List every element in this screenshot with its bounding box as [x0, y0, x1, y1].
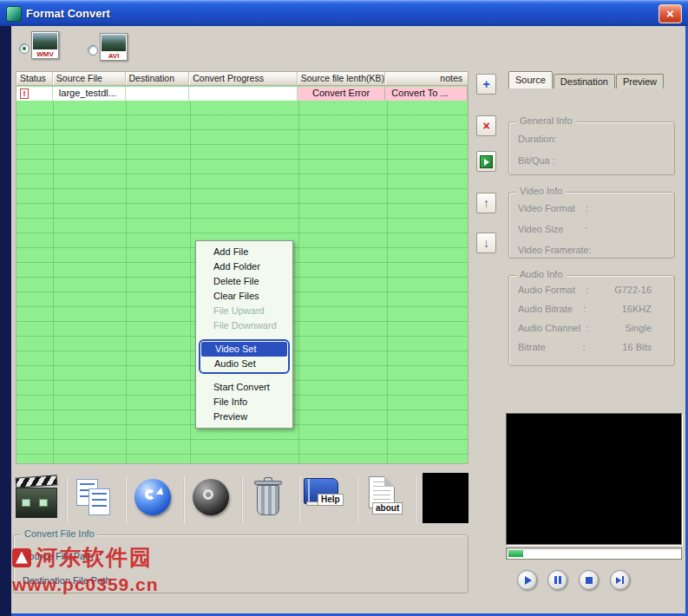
file-table-header: Status Source File Destination Convert P… [16, 71, 468, 86]
convert-button[interactable] [476, 151, 496, 172]
tab-destination[interactable]: Destination [554, 74, 615, 88]
audio-channel-value: Single [625, 323, 652, 333]
play-button[interactable] [517, 570, 537, 590]
convert-icon [480, 155, 493, 168]
toolbar-separator [183, 476, 185, 523]
general-info-group: General Info Duration: Bit/Qua : [508, 121, 675, 175]
delete-file-button[interactable]: × [476, 115, 496, 136]
film-frame-icon [22, 499, 30, 507]
table-grid-line [298, 86, 299, 463]
video-framerate-label: Video Framerate: [518, 245, 674, 255]
wmv-format-thumbnail[interactable]: WMV [31, 31, 59, 59]
stop-button[interactable] [579, 570, 599, 590]
menu-item-file-info[interactable]: File Info [196, 395, 292, 410]
toolbar-separator [125, 476, 127, 523]
column-header-source-file[interactable]: Source File [53, 72, 126, 85]
app-icon [6, 6, 22, 22]
table-row[interactable]: ! large_testdl... Convert Error Convert … [16, 87, 468, 101]
window-left-border [0, 26, 11, 616]
menu-set-group: Video Set Audio Set [199, 339, 290, 374]
video-info-title: Video Info [516, 186, 566, 196]
arrow-up-icon: ↑ [483, 197, 489, 209]
column-header-status[interactable]: Status [16, 72, 53, 85]
notes-cell: Convert To ... [385, 87, 468, 101]
video-preview-area [506, 413, 682, 545]
menu-item-file-upward: File Upward [196, 304, 292, 318]
watermark-site-name: 河东软件园 [36, 543, 153, 572]
clapperboard-body [16, 488, 57, 518]
avi-icon [102, 35, 126, 51]
tab-preview[interactable]: Preview [616, 74, 664, 88]
column-header-convert-progress[interactable]: Convert Progress [189, 72, 298, 85]
pause-button[interactable] [547, 570, 567, 590]
format-convert-window: Format Convert × WMV AVI Status Source F… [0, 0, 688, 616]
file-card-icon [88, 488, 110, 515]
source-file-cell: large_testdl... [53, 87, 126, 101]
audio-bitrate-row: Audio Bitrate : 16KHZ [518, 304, 674, 314]
move-up-button[interactable]: ↑ [476, 193, 496, 213]
watermark: 河东软件园 www.pc0359.cn [12, 543, 159, 595]
menu-item-add-file[interactable]: Add File [196, 245, 292, 259]
trash-button[interactable] [251, 477, 285, 521]
about-button[interactable]: about [365, 476, 409, 521]
file-list-button[interactable] [76, 479, 116, 519]
delete-icon: × [482, 120, 489, 132]
move-down-button[interactable]: ↓ [476, 233, 496, 253]
watermark-site-url: www.pc0359.cn [12, 574, 159, 595]
column-header-notes[interactable]: notes [385, 72, 468, 85]
record-button[interactable] [193, 479, 231, 517]
table-grid-line [53, 86, 54, 463]
avi-format-thumbnail[interactable]: AVI [100, 33, 128, 61]
add-file-button[interactable]: + [476, 74, 496, 95]
wmv-label: WMV [32, 50, 58, 59]
notes-text: Convert To ... [385, 88, 448, 98]
video-size-label: Video Size : [518, 224, 674, 234]
wmv-radio[interactable] [19, 43, 29, 54]
menu-item-delete-file[interactable]: Delete File [196, 274, 292, 289]
convert-file-info-title: Convert File Info [21, 528, 98, 539]
preview-thumbnail [423, 473, 468, 523]
menu-item-clear-files[interactable]: Clear Files [196, 289, 292, 304]
audio-channel-label: Audio Channel : [518, 323, 588, 333]
help-button[interactable]: Help [304, 478, 351, 520]
menu-item-audio-set[interactable]: Audio Set [200, 357, 288, 371]
skip-end-button[interactable] [610, 570, 630, 590]
bitrate-label: Bitrate : [518, 342, 586, 352]
avi-radio[interactable] [88, 45, 98, 56]
error-icon: ! [20, 88, 29, 99]
audio-format-value: G722-16 [614, 285, 652, 295]
window-title: Format Convert [26, 1, 110, 26]
audio-bitrate-value: 16KHZ [622, 304, 652, 314]
about-label: about [372, 502, 403, 514]
status-cell: ! [16, 87, 53, 101]
clapperboard-icon [16, 475, 58, 488]
playback-progress-bar[interactable] [506, 547, 682, 560]
menu-item-video-set[interactable]: Video Set [201, 342, 287, 357]
info-panel-tabs: Source Destination Preview [508, 71, 665, 88]
close-icon: × [666, 6, 674, 21]
film-frame-icon [39, 499, 48, 507]
menu-item-add-folder[interactable]: Add Folder [196, 259, 292, 274]
column-header-destination[interactable]: Destination [126, 72, 190, 85]
audio-bitrate-label: Audio Bitrate : [518, 304, 586, 314]
menu-item-file-downward: File Downward [196, 318, 292, 333]
source-file-text: large_testdl... [53, 88, 116, 98]
audio-format-row: Audio Format : G722-16 [518, 285, 674, 295]
convert-progress-cell [189, 87, 298, 101]
refresh-convert-button[interactable] [134, 479, 173, 517]
avi-label: AVI [101, 52, 127, 61]
general-info-title: General Info [516, 115, 576, 126]
column-header-source-file-length[interactable]: Source file lenth(KB) [298, 72, 386, 85]
tab-source[interactable]: Source [508, 71, 553, 88]
menu-item-preview[interactable]: Preview [196, 410, 292, 424]
source-length-cell: Convert Error [298, 87, 386, 101]
record-icon [193, 479, 229, 515]
clapperboard-button[interactable] [16, 476, 57, 521]
menu-item-start-convert[interactable]: Start Convert [196, 380, 292, 395]
audio-format-label: Audio Format : [518, 285, 588, 295]
trash-body [257, 485, 279, 515]
bitrate-value: 16 Bits [622, 342, 652, 352]
close-button[interactable]: × [659, 4, 682, 23]
wmv-icon [33, 33, 57, 49]
title-bar: Format Convert × [0, 0, 688, 26]
